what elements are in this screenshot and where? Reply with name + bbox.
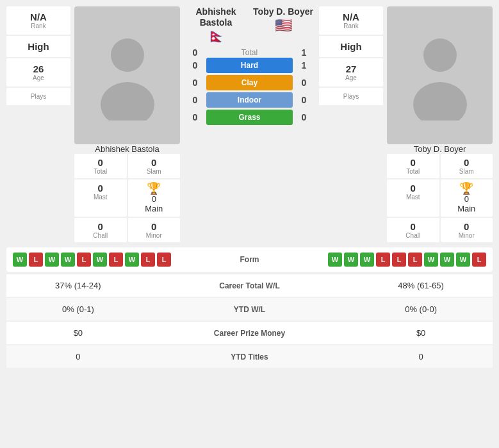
right-middle-panel: N/A Rank High 27 Age Plays [319,6,383,105]
stats-row: 37% (14-24) Career Total W/L 48% (61-65) [6,274,493,297]
left-mast-label: Mast [77,194,124,201]
right-minor-label: Minor [443,232,491,239]
total-score-row: 0 Total 1 [184,47,315,58]
right-trophy-cell: 🏆 0 Main [441,179,493,217]
right-slam-cell: 0 Slam [441,154,493,178]
surface-scores: 0 Hard 1 0 Clay 0 0 Indoor 0 0 Grass [184,58,315,125]
svg-point-2 [423,38,457,72]
stats-row: 0% (0-1) YTD W/L 0% (0-0) [6,297,493,321]
right-plays-label: Plays [322,93,380,100]
left-form-badge: L [141,253,155,267]
form-label: Form [240,255,259,264]
stats-center-label: YTD W/L [150,297,350,321]
left-player-block: Abhishek Bastola 0 Total 0 Slam 0 Mast 🏆… [74,6,180,242]
grass-right-score: 0 [293,112,315,122]
indoor-surface: Indoor [206,92,293,108]
left-minor-cell: 0 Minor [128,218,181,242]
left-age-value: 26 [9,63,68,74]
left-player-name: Abhishek Bastola [95,144,159,154]
stats-center-label: YTD Titles [150,345,350,369]
right-form-badge: W [440,253,454,267]
right-player-block: Toby D. Boyer 0 Total 0 Slam 0 Mast 🏆 0 [387,6,493,242]
stats-left-value: $0 [6,321,150,345]
right-rank-value: N/A [322,12,380,22]
left-form-badge: L [109,253,123,267]
left-chall-label: Chall [77,232,124,239]
right-total-score: 1 [293,47,315,58]
left-player-name-center: Abhishek Bastola 🇳🇵 [184,6,248,45]
left-slam-value: 0 [131,157,178,168]
clay-surface: Clay [206,75,293,90]
right-player-photo [387,6,493,144]
right-minor-cell: 0 Minor [441,218,493,242]
right-chall-cell: 0 Chall [387,218,439,242]
right-chall-value: 0 [389,221,437,232]
left-flag: 🇳🇵 [184,28,248,45]
left-player-stats: 0 Total 0 Slam 0 Mast 🏆 0 Main 0 [74,154,180,242]
left-mast-value: 0 [77,183,124,194]
right-player-name-center: Toby D. Boyer 🇺🇸 [251,6,315,34]
right-player-name: Toby D. Boyer [414,144,466,154]
right-plays-box: Plays [319,88,383,105]
grass-row: 0 Grass 0 [184,110,315,125]
right-flag: 🇺🇸 [251,17,315,34]
left-minor-label: Minor [131,232,178,239]
right-chall-label: Chall [389,232,437,239]
right-main-label: Main [457,204,475,213]
left-chall-cell: 0 Chall [74,218,127,242]
left-main-value: 0 [152,194,156,204]
left-age-label: Age [9,74,68,81]
left-main-label: Main [145,204,163,213]
left-total-cell: 0 Total [74,154,127,178]
left-form-badge: W [45,253,59,267]
right-player-stats: 0 Total 0 Slam 0 Mast 🏆 0 Main 0 [387,154,493,242]
indoor-right-score: 0 [293,95,315,105]
grass-left-score: 0 [184,112,206,122]
stats-right-value: $0 [349,321,493,345]
left-trophy-icon: 🏆 [147,183,161,194]
right-form-badges: WWWLLLWWWL [328,253,486,267]
left-middle-panel: N/A Rank High 26 Age Plays [6,6,70,105]
stats-right-value: 48% (61-65) [349,274,493,297]
left-form-badge: L [29,253,43,267]
left-rank-label: Rank [9,22,68,29]
left-rank-value: N/A [9,12,68,22]
right-mast-cell: 0 Mast [387,179,439,217]
right-form-badge: L [392,253,406,267]
total-label: Total [206,48,293,57]
right-age-value: 27 [322,63,380,74]
indoor-left-score: 0 [184,95,206,105]
left-plays-label: Plays [9,93,68,100]
left-total-score: 0 [184,47,206,58]
right-form-badge: W [456,253,470,267]
left-total-label: Total [77,168,124,175]
left-slam-label: Slam [131,168,178,175]
left-form-badge: W [13,253,27,267]
stats-left-value: 0% (0-1) [6,297,150,321]
right-form-badge: W [328,253,342,267]
right-slam-value: 0 [443,157,491,168]
stats-right-value: 0% (0-0) [349,297,493,321]
left-form-badge: L [157,253,171,267]
stats-center-label: Career Total W/L [150,274,350,297]
hard-right-score: 1 [293,60,315,71]
right-total-value: 0 [389,157,437,168]
stats-row: $0 Career Prize Money $0 [6,321,493,345]
right-form-badge: L [472,253,486,267]
hard-row: 0 Hard 1 [184,58,315,73]
left-player-photo [74,6,180,144]
right-form-badge: L [408,253,422,267]
left-rank-box: N/A Rank [6,6,70,35]
right-mast-value: 0 [389,183,437,194]
left-level-box: High [6,36,70,57]
right-main-value: 0 [464,194,469,204]
svg-point-3 [413,82,467,120]
stats-table: 37% (14-24) Career Total W/L 48% (61-65)… [6,274,493,369]
stats-left-value: 0 [6,345,150,369]
left-mast-cell: 0 Mast [74,179,127,217]
form-section: WLWWLWLWLL Form WWWLLLWWWL [6,247,493,272]
right-age-box: 27 Age [319,58,383,87]
left-slam-cell: 0 Slam [128,154,181,178]
center-block: Abhishek Bastola 🇳🇵 Toby D. Boyer 🇺🇸 0 T… [184,6,315,125]
right-form-badge: W [360,253,374,267]
